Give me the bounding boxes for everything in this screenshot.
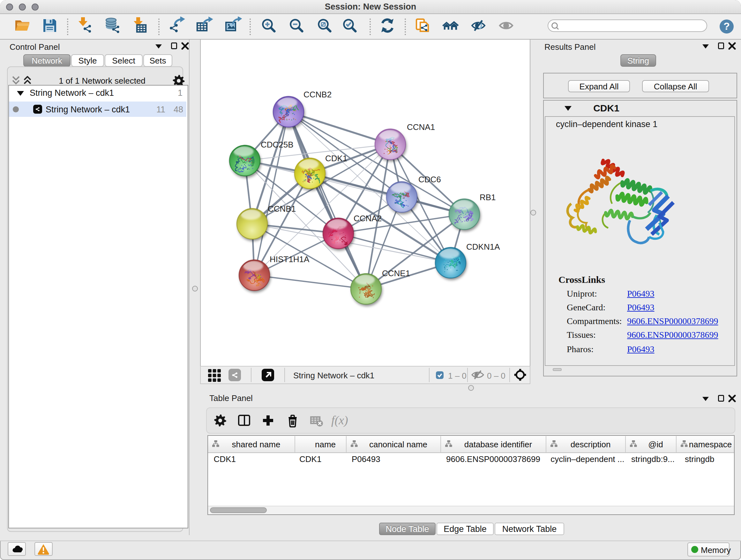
svg-text:CCNA1: CCNA1 (407, 122, 435, 132)
svg-text:CDC25B: CDC25B (261, 140, 293, 149)
svg-text:RB1: RB1 (480, 192, 496, 202)
svg-text:CDC6: CDC6 (418, 175, 441, 184)
svg-text:CDKN1A: CDKN1A (466, 242, 500, 252)
svg-text:CCNE1: CCNE1 (382, 268, 410, 278)
svg-text:CCNB2: CCNB2 (304, 90, 332, 99)
svg-text:HIST1H1A: HIST1H1A (270, 254, 310, 264)
svg-text:CCNB1: CCNB1 (268, 204, 296, 213)
svg-text:CCNA2: CCNA2 (354, 213, 382, 223)
svg-text:CDK1: CDK1 (325, 153, 347, 163)
